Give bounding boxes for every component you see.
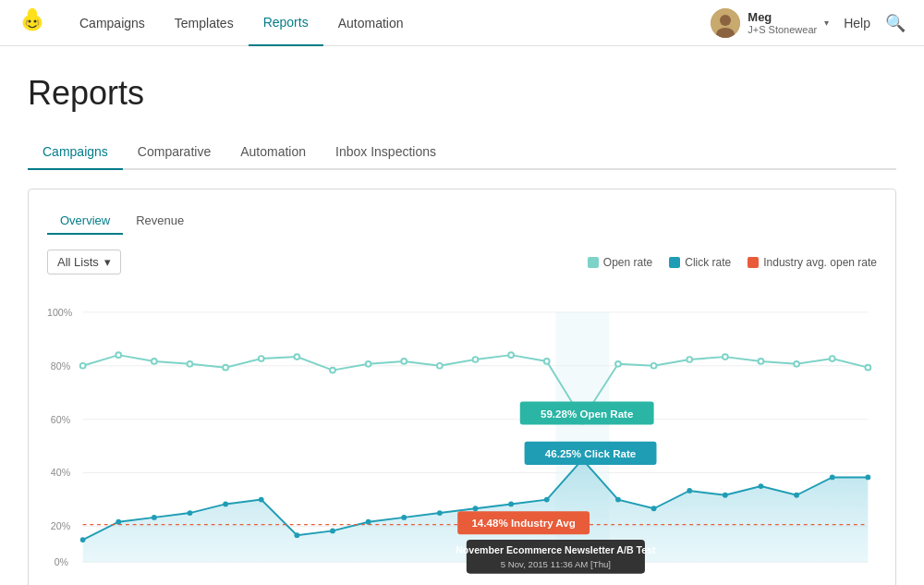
svg-point-55 [437, 363, 443, 369]
svg-point-51 [294, 354, 299, 360]
svg-text:14.48% Industry Avg: 14.48% Industry Avg [471, 518, 575, 529]
page-title: Reports [28, 74, 896, 113]
svg-point-46 [116, 352, 121, 358]
svg-point-27 [259, 497, 264, 503]
legend-open-rate: Open rate [588, 256, 652, 269]
chart-controls: All Lists ▾ Open rate Click rate Industr… [47, 250, 877, 274]
top-nav: Campaigns Templates Reports Automation M… [0, 0, 924, 46]
svg-point-62 [687, 357, 692, 362]
legend-dot-open [588, 257, 599, 268]
svg-point-65 [794, 361, 799, 367]
legend-click-rate: Click rate [669, 256, 731, 269]
inner-tab-revenue[interactable]: Revenue [123, 208, 197, 235]
svg-point-52 [330, 368, 335, 373]
svg-text:59.28% Open Rate: 59.28% Open Rate [541, 408, 634, 420]
inner-tabs: Overview Revenue [47, 208, 877, 235]
svg-point-56 [473, 357, 479, 362]
svg-point-39 [687, 488, 692, 494]
svg-point-54 [401, 359, 407, 364]
svg-point-60 [615, 361, 621, 367]
dropdown-label: All Lists [57, 255, 99, 269]
svg-text:40%: 40% [51, 467, 71, 478]
svg-point-29 [330, 528, 335, 533]
svg-point-58 [544, 359, 550, 364]
svg-point-35 [544, 497, 550, 503]
legend-label-industry: Industry avg. open rate [763, 256, 877, 269]
svg-point-57 [508, 352, 514, 358]
svg-point-61 [651, 363, 657, 369]
tab-inbox-inspections[interactable]: Inbox Inspections [321, 135, 451, 170]
page-content: Reports Campaigns Comparative Automation… [0, 46, 924, 585]
svg-point-45 [80, 363, 86, 369]
svg-text:80%: 80% [51, 360, 71, 372]
svg-point-32 [437, 510, 443, 516]
nav-reports[interactable]: Reports [249, 0, 323, 46]
tab-campaigns[interactable]: Campaigns [28, 135, 123, 170]
legend-industry-avg: Industry avg. open rate [748, 256, 877, 269]
svg-text:0%: 0% [55, 556, 69, 567]
legend-label-open: Open rate [603, 256, 652, 269]
svg-point-43 [830, 475, 835, 481]
chart-legend: Open rate Click rate Industry avg. open … [588, 256, 877, 269]
svg-point-34 [508, 502, 514, 507]
svg-point-3 [34, 20, 37, 23]
reports-card: Overview Revenue All Lists ▾ Open rate C… [28, 189, 896, 585]
svg-point-63 [723, 354, 728, 360]
legend-dot-click [669, 257, 680, 268]
svg-point-24 [152, 515, 157, 520]
svg-point-49 [223, 365, 228, 371]
svg-point-42 [794, 493, 799, 498]
svg-point-2 [29, 20, 31, 23]
svg-text:60%: 60% [51, 414, 71, 425]
svg-point-30 [366, 519, 371, 525]
nav-logo [18, 7, 46, 38]
svg-point-47 [152, 359, 157, 364]
svg-point-67 [865, 365, 870, 371]
svg-point-4 [28, 8, 38, 21]
nav-help[interactable]: Help [844, 16, 870, 30]
nav-user-company: J+S Stonewear [748, 24, 817, 35]
chart-area: 100% 80% 60% 40% 20% 0% [47, 289, 877, 585]
svg-text:5 Nov, 2015 11:36 AM [Thu]: 5 Nov, 2015 11:36 AM [Thu] [501, 559, 611, 569]
all-lists-dropdown[interactable]: All Lists ▾ [47, 250, 121, 274]
svg-point-38 [651, 506, 657, 511]
nav-user[interactable]: Meg J+S Stonewear ▾ [711, 8, 829, 38]
svg-point-25 [188, 510, 193, 516]
main-tabs: Campaigns Comparative Automation Inbox I… [28, 135, 896, 170]
search-icon[interactable]: 🔍 [885, 13, 906, 33]
svg-point-31 [401, 515, 407, 520]
svg-point-40 [723, 493, 728, 498]
svg-point-6 [720, 15, 731, 26]
nav-templates[interactable]: Templates [160, 0, 249, 46]
legend-dot-industry [748, 257, 759, 268]
svg-point-44 [865, 475, 870, 481]
avatar [711, 8, 740, 38]
nav-user-info: Meg J+S Stonewear [748, 10, 817, 35]
svg-point-37 [615, 497, 621, 503]
chevron-down-icon: ▾ [824, 18, 829, 28]
svg-point-66 [830, 356, 835, 361]
svg-text:November Ecommerce Newsletter : November Ecommerce Newsletter A/B Test [456, 544, 656, 555]
nav-user-name: Meg [748, 10, 817, 24]
nav-campaigns[interactable]: Campaigns [65, 0, 160, 46]
inner-tab-overview[interactable]: Overview [47, 208, 123, 235]
tab-automation[interactable]: Automation [225, 135, 321, 170]
svg-text:20%: 20% [51, 520, 71, 531]
svg-point-64 [759, 359, 764, 364]
svg-point-33 [473, 506, 479, 511]
svg-point-41 [759, 483, 764, 489]
svg-point-22 [80, 537, 86, 542]
svg-point-50 [259, 356, 264, 361]
tab-comparative[interactable]: Comparative [123, 135, 225, 170]
chart-svg: 100% 80% 60% 40% 20% 0% [47, 289, 877, 585]
nav-right: Meg J+S Stonewear ▾ Help 🔍 [711, 8, 906, 38]
svg-point-23 [116, 519, 121, 525]
svg-point-53 [366, 361, 371, 367]
svg-point-26 [223, 502, 228, 507]
svg-text:46.25% Click Rate: 46.25% Click Rate [545, 448, 637, 459]
nav-automation[interactable]: Automation [323, 0, 419, 46]
nav-links: Campaigns Templates Reports Automation [65, 0, 711, 46]
chevron-down-icon: ▾ [104, 255, 111, 269]
svg-point-28 [294, 532, 299, 538]
svg-text:100%: 100% [47, 307, 73, 318]
